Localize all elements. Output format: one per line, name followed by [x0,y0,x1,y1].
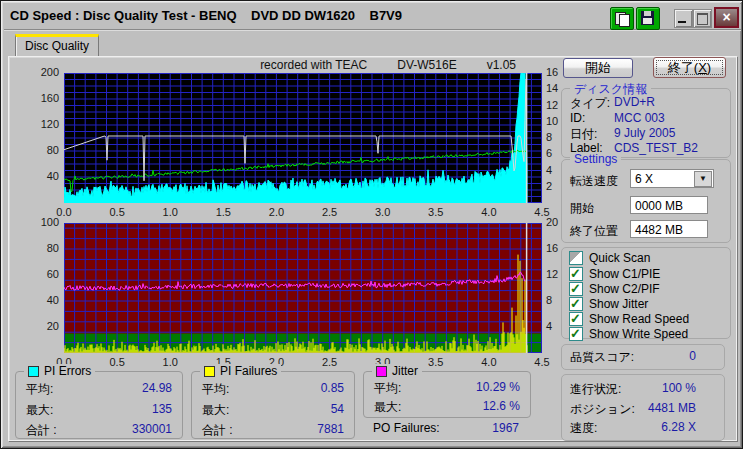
axis-tick-label: 3.0 [366,206,400,218]
axis-tick-label: 0.5 [100,206,134,218]
quality-score-row: 品質スコア:0 [562,349,724,366]
checkbox-icon[interactable] [569,282,583,296]
axis-tick-label: 4.0 [472,206,506,218]
title-bar[interactable]: CD Speed : Disc Quality Test - BENQ DVD … [4,4,741,31]
tab-disc-quality[interactable]: Disc Quality [15,34,99,57]
axis-tick-label: 160 [29,92,59,104]
axis-tick-label: 1.0 [153,356,187,368]
axis-tick-label: 2.5 [313,356,347,368]
checkbox-icon[interactable] [569,251,583,265]
stat-row: 最大:12.6 % [364,399,530,416]
pi-errors-statbox: PI Errors 平均:24.98 最大:135 合計 :330001 [15,371,183,439]
maximize-button[interactable] [693,9,712,28]
position-row: ポジション:4481 MB [562,401,724,418]
start-button[interactable]: 開始 [563,58,633,78]
axis-tick-label: 1.0 [153,206,187,218]
start-position-field[interactable]: 0000 MB [630,196,708,214]
settings-group: Settings 転送速度 6 X ▼ 開始 0000 MB 終了位置 4482… [561,159,731,243]
pi-failures-swatch-icon [204,366,215,377]
floppy-shutter-icon [644,11,651,16]
jitter-legend: Jitter [372,364,422,378]
floppy-label-icon [643,18,652,24]
po-failures-row: PO Failures:1967 [363,421,529,435]
app-window: CD Speed : Disc Quality Test - BENQ DVD … [0,0,743,449]
speed-label: 転送速度 [570,173,618,190]
pi-errors-chart [64,73,542,203]
exit-button-label-end: ) [707,60,711,75]
disc-info-row: タイプ:DVD+R [570,95,655,112]
pi-failures-jitter-chart [64,223,542,353]
end-position-label: 終了位置 [570,223,618,240]
maximize-icon [697,13,708,25]
speed-dropdown[interactable]: 6 X ▼ [630,169,714,188]
axis-tick-label: 80 [29,144,59,156]
chevron-down-icon[interactable]: ▼ [694,171,712,187]
pi-failures-legend-label: PI Failures [220,364,277,378]
checkbox-label: Show Jitter [589,297,648,311]
show-c1-pie-checkbox[interactable]: Show C1/PIE [569,267,660,281]
axis-tick-label: 3.5 [419,206,453,218]
floppy-body-icon [641,11,654,25]
pi-failures-legend: PI Failures [200,364,281,378]
speed-value: 6 X [635,172,653,186]
exit-button-label: 終了( [668,60,698,75]
speed-row: 速度:6.28 X [562,420,724,437]
disc-info-group: ディスク情報 タイプ:DVD+R ID:MCC 003 日付:9 July 20… [561,88,731,158]
recorded-with-label: recorded with TEAC [260,58,367,72]
checkbox-label: Show C1/PIE [589,267,660,281]
minimize-icon [678,21,686,23]
axis-tick-label: 200 [29,66,59,78]
settings-title: Settings [570,152,621,166]
version-label: v1.05 [487,58,516,72]
recorder-device-label: DV-W516E [397,58,456,72]
pi-errors-legend: PI Errors [24,364,95,378]
stat-row: 平均:24.98 [16,381,182,398]
start-position-value: 0000 MB [635,199,683,213]
axis-tick-label: 40 [29,170,59,182]
stat-row: 平均:10.29 % [364,380,530,397]
show-read-speed-checkbox[interactable]: Show Read Speed [569,312,689,326]
axis-tick-label: 2.5 [313,206,347,218]
axis-tick-label: 1.5 [206,206,240,218]
pi-errors-legend-label: PI Errors [44,364,91,378]
checkbox-icon[interactable] [569,267,583,281]
save-icon[interactable] [636,7,660,30]
checkbox-label: Quick Scan [589,251,650,265]
show-write-speed-checkbox[interactable]: Show Write Speed [569,327,688,341]
jitter-swatch-icon [376,366,387,377]
chart-header: recorded with TEAC DV-W516E v1.05 [64,58,542,72]
exit-button-accel: X [698,60,707,75]
axis-tick-label: 0.5 [100,356,134,368]
stat-row: 合計 :330001 [16,422,182,439]
checkbox-icon[interactable] [569,312,583,326]
show-c2-pif-checkbox[interactable]: Show C2/PIF [569,282,660,296]
stat-row: 最大:135 [16,402,182,419]
stat-row: 合計 :7881 [192,422,354,439]
start-button-label: 開始 [585,60,611,75]
page-front-icon [619,14,630,27]
checkbox-icon[interactable] [569,297,583,311]
close-button[interactable]: × [714,7,739,28]
tab-label: Disc Quality [25,39,89,53]
jitter-legend-label: Jitter [392,364,418,378]
minimize-button[interactable] [674,9,693,28]
end-position-field[interactable]: 4482 MB [630,220,708,238]
axis-tick-label: 60 [29,268,59,280]
checkbox-icon[interactable] [569,327,583,341]
axis-tick-label: 4.5 [525,356,559,368]
axis-tick-label: 80 [29,242,59,254]
exit-button[interactable]: 終了(X) [653,57,726,78]
axis-tick-label: 3.5 [419,356,453,368]
start-position-label: 開始 [570,200,594,217]
copy-results-icon[interactable] [610,7,634,30]
jitter-statbox: Jitter 平均:10.29 % 最大:12.6 % [363,371,531,418]
close-icon: × [722,9,730,25]
axis-tick-label: 40 [29,294,59,306]
show-jitter-checkbox[interactable]: Show Jitter [569,297,648,311]
quality-score-box: 品質スコア:0 [561,344,725,370]
pi-errors-swatch-icon [28,366,39,377]
disc-info-row: ID:MCC 003 [570,111,665,125]
quick-scan-checkbox[interactable]: Quick Scan [569,251,650,265]
progress-row: 進行状況:100 % [562,381,724,398]
axis-tick-label: 100 [29,216,59,228]
